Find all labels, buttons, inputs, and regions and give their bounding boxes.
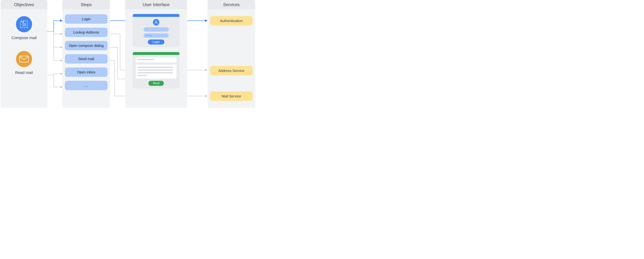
read-mail-label: Read mail <box>15 70 33 75</box>
services-body: Authentication Address Service Mail Serv… <box>208 9 255 108</box>
send-button: Send <box>148 81 164 86</box>
password-field: ***| <box>144 33 169 38</box>
username-field <box>144 27 169 32</box>
objectives-header: Objectives <box>1 0 47 9</box>
password-mask: ***| <box>146 34 152 37</box>
read-mail-icon-circle <box>16 51 32 67</box>
login-card-titlebar <box>133 14 180 17</box>
svg-rect-3 <box>20 56 28 62</box>
service-address: Address Service <box>210 66 253 75</box>
compose-document-icon <box>20 20 28 28</box>
compose-to-field <box>136 58 176 63</box>
services-column: Services Authentication Address Service … <box>208 0 255 108</box>
step-lookup-address: Lookup Address <box>65 28 108 37</box>
compose-card: Send <box>133 52 180 88</box>
step-login: Login <box>65 14 108 24</box>
avatar-icon <box>153 19 159 26</box>
services-header: Services <box>208 0 255 9</box>
ui-body: ***| Login Send <box>125 9 187 108</box>
step-more: ... <box>65 81 108 90</box>
arrow-compose-to-sendmail <box>46 32 62 61</box>
person-icon <box>154 21 158 24</box>
diagram-canvas: Objectives Compose mail <box>0 0 280 113</box>
arrow-read-to-more <box>46 75 62 87</box>
compose-mail-icon-circle <box>16 16 32 32</box>
service-authentication: Authentication <box>210 16 253 26</box>
steps-column: Steps Login Lookup Address Open compose … <box>62 0 110 108</box>
ui-column: User Interface ***| Login <box>125 0 187 108</box>
step-send-mail: Send mail <box>65 54 108 64</box>
envelope-icon <box>19 56 29 63</box>
step-open-inbox: Open inbox <box>65 68 108 77</box>
objectives-body: Compose mail Read mail <box>1 9 47 108</box>
compose-mail-label: Compose mail <box>12 36 37 40</box>
steps-header: Steps <box>62 0 110 9</box>
step-open-compose: Open compose dialog <box>65 41 108 50</box>
compose-card-titlebar <box>133 52 180 55</box>
svg-point-4 <box>156 21 157 22</box>
login-card: ***| Login <box>133 14 180 47</box>
steps-body: Login Lookup Address Open compose dialog… <box>62 9 110 108</box>
login-button: Login <box>148 40 164 45</box>
ui-header: User Interface <box>125 0 187 9</box>
arrow-compose-to-lookup <box>46 32 62 34</box>
service-mail: Mail Service <box>210 92 253 101</box>
compose-message-field <box>136 65 176 79</box>
arrow-compose-to-opencompose <box>46 32 62 47</box>
objectives-column: Objectives Compose mail <box>1 0 47 108</box>
